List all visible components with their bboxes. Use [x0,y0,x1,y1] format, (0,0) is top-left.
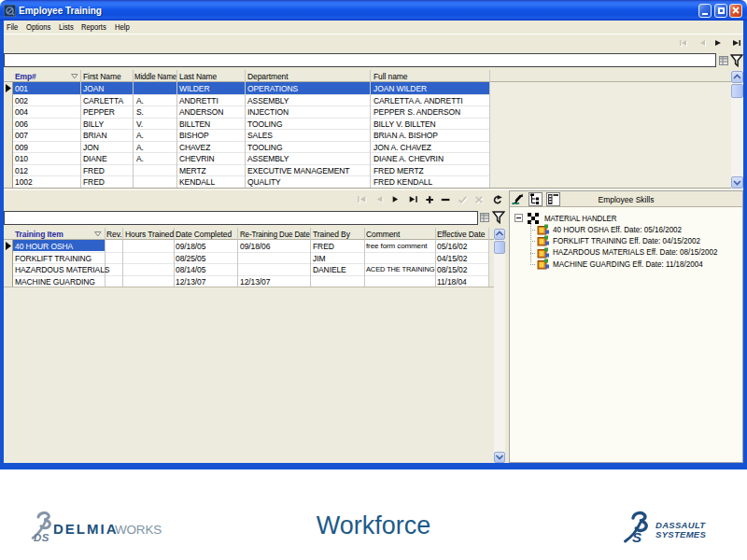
svg-text:S: S [632,529,641,545]
svg-text:SYSTEMES: SYSTEMES [655,529,706,539]
